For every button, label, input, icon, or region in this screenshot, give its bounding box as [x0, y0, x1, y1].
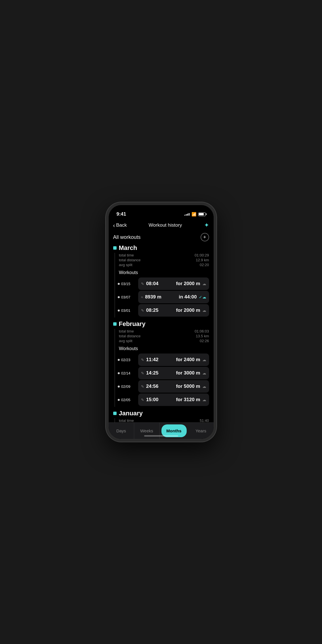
workout-card[interactable]: ✎ 11:42 for 2400 m ☁ [138, 353, 209, 366]
workout-card[interactable]: ✎ 14:25 for 3000 m ☁ [138, 367, 209, 379]
pencil-icon: ✎ [141, 282, 144, 286]
workout-date-area: 03/07 [119, 295, 136, 299]
workout-card-left: ✎ 11:42 [141, 357, 158, 363]
timeline-dot-icon [118, 283, 120, 285]
month-header-february: February [113, 320, 211, 329]
cloud-icon: ☁ [202, 397, 206, 402]
wifi-icon: 📶 [191, 212, 196, 216]
february-details: total time 01:06:03 total distance 13.5 … [115, 329, 209, 407]
add-button[interactable]: + [201, 233, 209, 241]
workout-date-area: 02/14 [119, 371, 136, 375]
february-content: total time 01:06:03 total distance 13.5 … [113, 329, 211, 407]
month-indicator-icon [113, 322, 117, 326]
pencil-icon: ✎ [141, 371, 144, 375]
workout-date: 03/15 [121, 282, 131, 286]
battery-icon [198, 212, 206, 216]
section-title: All workouts [113, 234, 141, 240]
cloud-check-icon: ✓☁ [199, 295, 206, 299]
workout-distance: for 2000 m [176, 281, 200, 287]
timeline-dot-icon [118, 372, 120, 374]
workout-card[interactable]: ✎ 24:56 for 5000 m ☁ [138, 380, 209, 393]
workout-date: 03/07 [121, 295, 131, 299]
phone-frame: 9:41 📶 ‹ Back Workout history [106, 202, 216, 442]
status-time: 9:41 [117, 211, 126, 217]
month-header-january: January [113, 410, 211, 418]
workout-row[interactable]: 03/07 ≈ 8939 m in 44:00 ✓☁ [119, 291, 209, 303]
workout-time: 14:25 [146, 370, 158, 376]
cloud-icon: ☁ [202, 308, 206, 313]
workout-date: 02/14 [121, 371, 131, 375]
back-label: Back [116, 222, 127, 228]
workout-row[interactable]: 03/01 ✎ 08:25 for 2000 m ☁ [119, 304, 209, 317]
workout-date-area: 03/01 [119, 308, 136, 313]
workout-card-left: ✎ 08:25 [141, 308, 158, 313]
tab-days[interactable]: Days [109, 423, 134, 439]
month-section-march: March total time 01:00:29 total distance… [109, 244, 214, 317]
month-name-february: February [119, 320, 146, 328]
workouts-label: Workouts [119, 270, 209, 275]
home-indicator [144, 435, 178, 437]
workout-distance: for 5000 m [176, 384, 200, 389]
workout-distance: for 3000 m [176, 370, 200, 376]
pencil-icon: ✎ [141, 308, 144, 313]
workout-card-right: for 2400 m ☁ [176, 357, 206, 363]
workout-card-left: ✎ 15:00 [141, 397, 158, 403]
scroll-content[interactable]: March total time 01:00:29 total distance… [109, 244, 214, 439]
workouts-label: Workouts [119, 346, 209, 351]
workout-row[interactable]: 02/14 ✎ 14:25 for 3000 m ☁ [119, 367, 209, 379]
pencil-icon: ✎ [141, 384, 144, 389]
month-indicator-icon [113, 246, 117, 250]
workout-date: 02/23 [121, 358, 131, 362]
nav-title: Workout history [149, 222, 182, 228]
workout-card[interactable]: ✎ 15:00 for 3120 m ☁ [138, 393, 209, 406]
stat-total-distance: total distance 12.9 km [119, 258, 209, 262]
workout-row[interactable]: 02/05 ✎ 15:00 for 3120 m ☁ [119, 393, 209, 406]
workout-card[interactable]: ✎ 08:25 for 2000 m ☁ [138, 304, 209, 317]
cloud-icon: ☁ [202, 357, 206, 362]
workout-time: 24:56 [146, 384, 158, 389]
workout-time: 08:25 [146, 308, 158, 313]
workout-distance: for 3120 m [176, 397, 200, 403]
back-button[interactable]: ‹ Back [113, 222, 127, 229]
workout-distance: for 2400 m [176, 357, 200, 363]
month-header-march: March [113, 244, 211, 253]
pencil-icon: ✎ [141, 358, 144, 362]
timeline-dot-icon [118, 359, 120, 361]
workout-card-right: for 2000 m ☁ [176, 308, 206, 313]
status-bar: 9:41 📶 [109, 205, 214, 219]
workout-time: 15:00 [146, 397, 158, 403]
section-header: All workouts + [109, 232, 214, 244]
workout-date-area: 02/23 [119, 358, 136, 362]
workout-card[interactable]: ≈ 8939 m in 44:00 ✓☁ [138, 291, 209, 303]
workout-card-left: ✎ 24:56 [141, 384, 158, 389]
workout-card-left: ≈ 8939 m [141, 294, 161, 300]
pencil-icon: ✎ [141, 398, 144, 402]
tab-years[interactable]: Years [188, 423, 214, 439]
workout-card-right: for 2000 m ☁ [176, 281, 206, 287]
signal-icon [184, 213, 190, 216]
cloud-icon: ☁ [202, 384, 206, 389]
timeline-dot-icon [118, 399, 120, 401]
workout-card-right: for 3120 m ☁ [176, 397, 206, 403]
workout-distance: for 2000 m [176, 308, 200, 313]
workout-time: 08:04 [146, 281, 158, 287]
workout-row[interactable]: 02/09 ✎ 24:56 for 5000 m ☁ [119, 380, 209, 393]
workout-card-right: for 5000 m ☁ [176, 384, 206, 389]
workout-date: 03/01 [121, 308, 131, 313]
timeline-dot-icon [118, 296, 120, 298]
workout-row[interactable]: 03/15 ✎ 08:04 for 2000 m ☁ [119, 277, 209, 290]
month-name-january: January [119, 410, 143, 417]
cloud-icon: ☁ [202, 371, 206, 375]
workout-card[interactable]: ✎ 08:04 for 2000 m ☁ [138, 277, 209, 290]
workout-time: 11:42 [146, 357, 158, 363]
march-details: total time 01:00:29 total distance 12.9 … [115, 253, 209, 317]
workout-card-left: ✎ 08:04 [141, 281, 158, 287]
workout-card-right: for 3000 m ☁ [176, 370, 206, 376]
phone-screen: 9:41 📶 ‹ Back Workout history [109, 205, 214, 439]
workout-row[interactable]: 02/23 ✎ 11:42 for 2400 m ☁ [119, 353, 209, 366]
month-section-february: February total time 01:06:03 total dista… [109, 320, 214, 407]
waves-icon: ≈ [141, 295, 143, 299]
ai-sparkle-icon[interactable]: ✦ [204, 222, 209, 229]
workout-card-left: ✎ 14:25 [141, 370, 158, 376]
plus-icon: + [203, 234, 206, 240]
